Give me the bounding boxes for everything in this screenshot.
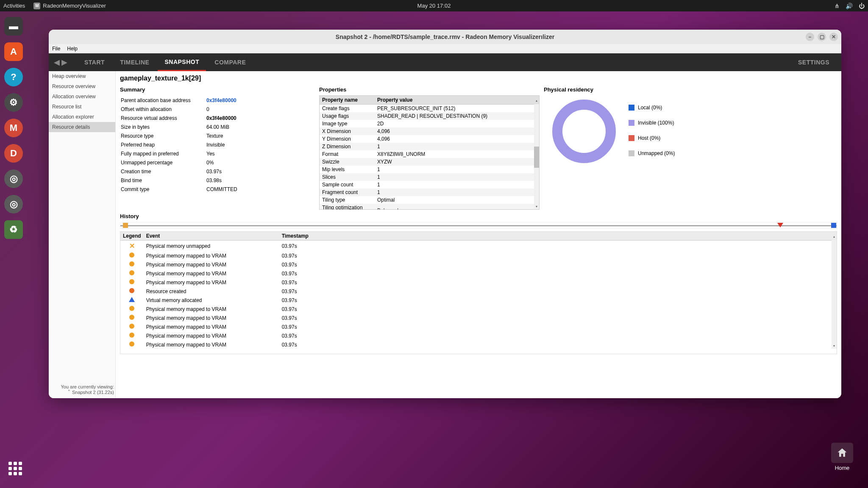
history-event: Physical memory mapped to VRAM [144,313,279,322]
property-row: Z Dimension1 [320,143,539,150]
footer-label-2: Snapshot 2 (31.22s) [72,390,114,395]
summary-heading: Summary [120,86,315,93]
clock[interactable]: May 20 17:02 [417,3,451,9]
allocated-icon [129,297,135,302]
history-row[interactable]: Physical memory mapped to VRAM03.97s [120,251,837,260]
summary-key: Unmapped percentage [121,158,206,166]
history-heading: History [120,213,837,219]
tab-settings[interactable]: SETTINGS [791,53,836,71]
properties-heading: Properties [319,86,540,93]
property-row: SwizzleXYZW [320,158,539,166]
prop-value-header[interactable]: Property value [375,96,539,105]
show-apps-button[interactable] [8,462,22,475]
history-timestamp-header[interactable]: Timestamp [279,232,760,241]
legend-item: Local (0%) [629,105,675,111]
sidebar-item-resource-details[interactable]: Resource details [49,122,115,132]
timeline-marker-start[interactable] [123,223,128,228]
minimize-button[interactable]: – [806,33,814,41]
titlebar: Snapshot 2 - /home/RDTS/sample_trace.rmv… [49,30,841,44]
dock-software-icon[interactable]: A [4,42,23,61]
mapped-icon [129,341,134,347]
history-legend-header[interactable]: Legend [120,232,144,241]
residency-heading: Physical residency [544,86,837,93]
scroll-thumb[interactable] [534,147,539,168]
tab-snapshot[interactable]: SNAPSHOT [158,53,206,71]
history-event: Physical memory mapped to VRAM [144,305,279,313]
scroll-up-icon[interactable]: ▴ [534,98,539,103]
dock-files-icon[interactable]: ▬ [4,17,23,36]
history-event-header[interactable]: Event [144,232,279,241]
history-timeline[interactable] [120,222,837,229]
dock-help-icon[interactable]: ? [4,68,23,86]
close-button[interactable]: ✕ [829,33,838,41]
history-row[interactable]: Virtual memory allocated03.97s [120,296,837,305]
activities-button[interactable]: Activities [3,3,25,9]
sidebar-item-resource-list[interactable]: Resource list [49,102,115,112]
nav-back-icon[interactable]: ◀ [54,58,60,67]
home-icon [831,443,853,463]
property-value: XYZW [375,158,539,166]
property-key: Image type [320,120,375,128]
property-key: Swizzle [320,158,375,166]
property-key: Format [320,150,375,158]
mapped-icon [129,252,134,258]
summary-value: 0 [206,105,314,113]
history-row[interactable]: Physical memory mapped to VRAM03.97s [120,313,837,322]
chevron-up-icon[interactable]: ˄ [68,389,70,395]
summary-row: Parent allocation base address0x3f4e8000… [121,96,314,104]
history-row[interactable]: ✕Physical memory unmapped03.97s [120,241,837,252]
dock-disk2-icon[interactable]: ◎ [4,195,23,214]
history-timestamp: 03.97s [279,251,760,260]
history-row[interactable]: Physical memory mapped to VRAM03.97s [120,305,837,313]
property-key: Mip levels [320,166,375,173]
dock-rmv-icon[interactable]: M [4,119,23,137]
prop-name-header[interactable]: Property name [320,96,375,105]
dock-disk1-icon[interactable]: ◎ [4,169,23,188]
summary-key: Creation time [121,167,206,175]
sidebar-item-resource-overview[interactable]: Resource overview [49,81,115,92]
scroll-down-icon[interactable]: ▾ [832,344,837,349]
app-indicator[interactable]: M RadeonMemoryVisualizer [33,3,106,9]
timeline-marker-current[interactable] [777,223,783,227]
menu-help[interactable]: Help [67,46,78,52]
dock-app-icon[interactable]: D [4,144,23,163]
properties-table: Property name Property value Create flag… [320,96,539,210]
history-row[interactable]: Physical memory mapped to VRAM03.97s [120,322,837,331]
property-value: Balanced [375,204,539,210]
history-event: Physical memory unmapped [144,241,279,252]
history-scrollbar[interactable]: ▴ ▾ [832,240,837,349]
history-event: Physical memory mapped to VRAM [144,322,279,331]
network-icon[interactable]: ⋔ [835,3,840,9]
desktop-home-folder[interactable]: Home [831,443,853,471]
sidebar-item-allocation-overview[interactable]: Allocation overview [49,92,115,102]
nav-forward-icon[interactable]: ▶ [61,58,67,67]
volume-icon[interactable]: 🔊 [846,3,853,9]
history-row[interactable]: Physical memory mapped to VRAM03.97s [120,331,837,340]
maximize-button[interactable]: ▢ [818,33,826,41]
summary-panel: Summary Parent allocation base address0x… [120,86,315,210]
history-row[interactable]: Physical memory mapped to VRAM03.97s [120,340,837,349]
properties-scrollbar[interactable]: ▴ ▾ [534,104,539,209]
tab-compare[interactable]: COMPARE [208,53,253,71]
history-row[interactable]: Physical memory mapped to VRAM03.97s [120,260,837,269]
history-event: Physical memory mapped to VRAM [144,340,279,349]
dock-settings-icon[interactable]: ⚙ [4,93,23,112]
summary-value[interactable]: 0x3f4e80000 [206,96,314,104]
tab-start[interactable]: START [78,53,111,71]
scroll-down-icon[interactable]: ▾ [534,204,539,209]
history-row[interactable]: Physical memory mapped to VRAM03.97s [120,269,837,278]
sidebar: Heap overviewResource overviewAllocation… [49,71,116,398]
timeline-marker-end[interactable] [831,223,836,228]
history-row[interactable]: Physical memory mapped to VRAM03.97s [120,278,837,287]
scroll-up-icon[interactable]: ▴ [832,234,837,239]
sidebar-item-allocation-explorer[interactable]: Allocation explorer [49,112,115,122]
menu-file[interactable]: File [52,46,60,52]
dock-trash-icon[interactable]: ♻ [4,220,23,239]
property-key: Sample count [320,181,375,189]
history-row[interactable]: Resource created03.97s [120,287,837,296]
tabbar: ◀ ▶ START TIMELINE SNAPSHOT COMPARE SETT… [49,53,841,71]
power-icon[interactable]: ⏻ [859,3,865,9]
history-timestamp: 03.97s [279,322,760,331]
tab-timeline[interactable]: TIMELINE [113,53,156,71]
sidebar-item-heap-overview[interactable]: Heap overview [49,71,115,81]
